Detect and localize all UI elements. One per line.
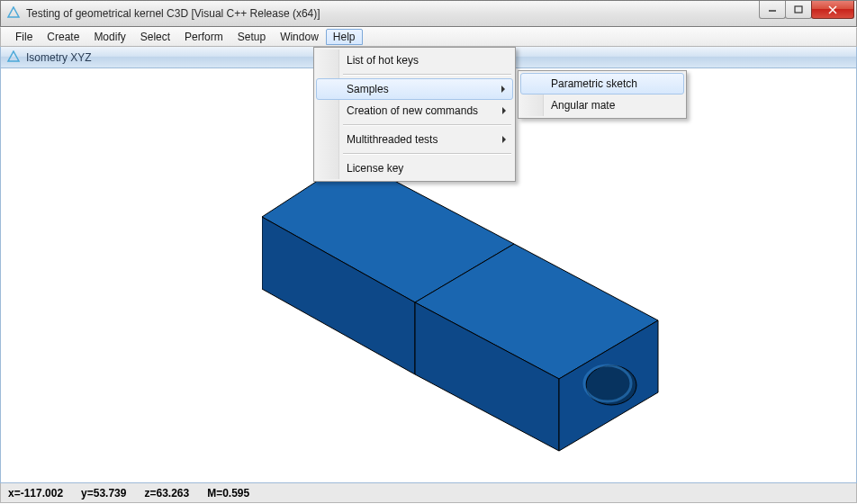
menu-item-label: Samples xyxy=(347,83,389,95)
menu-modify[interactable]: Modify xyxy=(86,29,132,45)
menu-perform[interactable]: Perform xyxy=(177,29,230,45)
chevron-right-icon xyxy=(502,136,506,143)
status-bar: x=-117.002 y=53.739 z=63.263 M=0.595 xyxy=(0,483,857,503)
help-item-license[interactable]: License key xyxy=(316,158,513,179)
chevron-right-icon xyxy=(501,86,505,93)
menu-select[interactable]: Select xyxy=(133,29,177,45)
samples-item-angular-mate[interactable]: Angular mate xyxy=(520,94,684,116)
status-m: M=0.595 xyxy=(207,487,249,500)
menu-setup[interactable]: Setup xyxy=(230,29,273,45)
help-item-samples[interactable]: Samples xyxy=(316,78,513,100)
c3d-icon xyxy=(6,50,21,65)
svg-rect-1 xyxy=(795,6,802,13)
help-item-hotkeys[interactable]: List of hot keys xyxy=(316,50,513,71)
menu-file[interactable]: File xyxy=(8,29,40,45)
samples-submenu: Parametric sketch Angular mate xyxy=(518,70,687,119)
status-x: x=-117.002 xyxy=(8,487,63,500)
menu-item-label: Creation of new commands xyxy=(347,104,478,117)
menu-separator xyxy=(343,153,511,155)
minimize-button[interactable] xyxy=(759,1,786,19)
help-dropdown: List of hot keys Samples Creation of new… xyxy=(313,47,516,182)
close-button[interactable] xyxy=(811,1,854,19)
title-bar: Testing of geometrical kernel C3D [Visua… xyxy=(0,0,857,27)
menu-window[interactable]: Window xyxy=(273,29,326,45)
status-y: y=53.739 xyxy=(81,487,126,500)
menu-item-label: License key xyxy=(347,162,403,175)
menu-bar: File Create Modify Select Perform Setup … xyxy=(0,27,857,47)
menu-help[interactable]: Help xyxy=(326,29,363,45)
menu-item-label: Angular mate xyxy=(551,99,615,112)
view-label: Isometry XYZ xyxy=(26,51,92,64)
maximize-button[interactable] xyxy=(785,1,812,19)
menu-create[interactable]: Create xyxy=(40,29,86,45)
menu-separator xyxy=(343,124,511,126)
window-title: Testing of geometrical kernel C3D [Visua… xyxy=(26,7,852,20)
help-item-new-commands[interactable]: Creation of new commands xyxy=(316,100,513,122)
menu-separator xyxy=(343,74,511,76)
samples-item-parametric-sketch[interactable]: Parametric sketch xyxy=(520,73,684,94)
app-icon xyxy=(6,6,21,21)
chevron-right-icon xyxy=(502,107,506,114)
help-item-multithreaded[interactable]: Multithreaded tests xyxy=(316,129,513,150)
menu-item-label: Multithreaded tests xyxy=(347,133,438,146)
menu-item-label: List of hot keys xyxy=(347,54,419,67)
status-z: z=63.263 xyxy=(144,487,189,500)
window-controls xyxy=(760,1,854,19)
menu-item-label: Parametric sketch xyxy=(551,77,637,90)
